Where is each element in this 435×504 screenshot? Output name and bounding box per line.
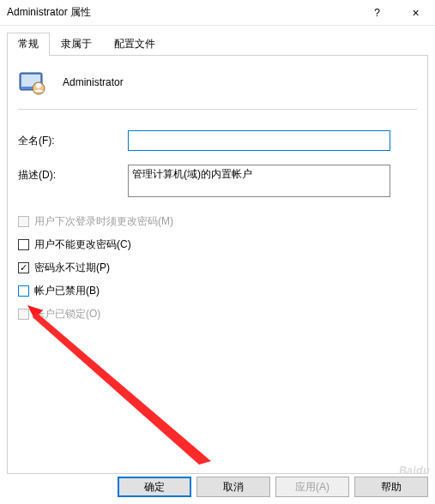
checkbox-icon (18, 239, 29, 250)
help-button-bottom[interactable]: 帮助 (354, 477, 428, 497)
checkbox-icon (18, 262, 29, 273)
cancel-button[interactable]: 取消 (196, 477, 270, 497)
fullname-label: 全名(F): (18, 130, 128, 148)
field-fullname: 全名(F): (18, 130, 417, 151)
close-button[interactable]: × (396, 0, 435, 26)
check-label: 密码永不过期(P) (34, 261, 110, 275)
check-must-change: 用户下次登录时须更改密码(M) (18, 214, 417, 229)
check-account-locked: 帐户已锁定(O) (18, 307, 417, 321)
check-label: 用户不能更改密码(C) (34, 237, 131, 252)
check-label: 帐户已锁定(O) (34, 307, 100, 321)
tab-profile[interactable]: 配置文件 (103, 33, 166, 56)
description-label: 描述(D): (18, 165, 128, 183)
description-input[interactable]: 管理计算机(域)的内置帐户 (128, 165, 390, 197)
checkbox-icon (18, 309, 29, 320)
account-name: Administrator (63, 76, 124, 88)
tab-general[interactable]: 常规 (7, 33, 50, 56)
ok-button[interactable]: 确定 (118, 477, 191, 497)
svg-point-3 (36, 83, 41, 88)
title-bar: Administrator 属性 ? × (0, 0, 435, 26)
account-header: Administrator (18, 68, 417, 97)
tab-memberof[interactable]: 隶属于 (50, 33, 103, 56)
window-title: Administrator 属性 (7, 5, 358, 20)
checkbox-group: 用户下次登录时须更改密码(M) 用户不能更改密码(C) 密码永不过期(P) 帐户… (18, 214, 417, 321)
checkbox-icon (18, 216, 29, 227)
check-label: 帐户已禁用(B) (34, 284, 100, 298)
help-button[interactable]: ? (358, 0, 396, 26)
tab-strip: 常规 隶属于 配置文件 (7, 33, 428, 56)
divider (18, 109, 417, 110)
check-account-disabled[interactable]: 帐户已禁用(B) (18, 284, 417, 298)
check-never-expire[interactable]: 密码永不过期(P) (18, 261, 417, 275)
dialog-body: 常规 隶属于 配置文件 Administrator 全名(F): (0, 26, 435, 481)
button-bar: 确定 取消 应用(A) 帮助 (118, 477, 428, 497)
tab-panel-general: Administrator 全名(F): 描述(D): 管理计算机(域)的内置帐… (7, 56, 428, 474)
check-label: 用户下次登录时须更改密码(M) (34, 214, 173, 229)
apply-button: 应用(A) (275, 477, 349, 497)
fullname-input[interactable] (128, 130, 390, 151)
user-icon (18, 68, 47, 97)
field-description: 描述(D): 管理计算机(域)的内置帐户 (18, 165, 417, 201)
check-cannot-change[interactable]: 用户不能更改密码(C) (18, 237, 417, 252)
checkbox-icon (18, 285, 29, 297)
